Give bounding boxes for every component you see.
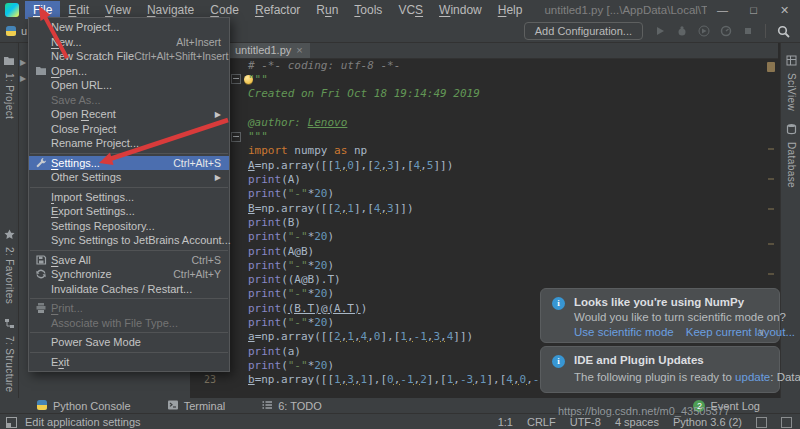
toolwindow-button-python-console[interactable]: Python Console bbox=[36, 399, 131, 413]
menu-separator bbox=[30, 187, 228, 188]
left-toolwindow-bar: 1: Project2: Favorites7: Structure bbox=[0, 42, 19, 398]
toolwindow-button-2-favorites[interactable]: 2: Favorites bbox=[4, 226, 15, 304]
toolwindow-button-label: 6: TODO bbox=[278, 400, 322, 412]
code-line-3[interactable]: 3Created on Fri Oct 18 19:14:49 2019 bbox=[190, 87, 778, 101]
toolbar-separator bbox=[765, 24, 766, 38]
maximize-button[interactable]: □ bbox=[738, 0, 769, 20]
file-menu-item-save-all[interactable]: Save AllCtrl+S bbox=[29, 253, 229, 268]
code-line-16[interactable]: 16print((A@B).T) bbox=[190, 272, 778, 286]
file-menu-item-new-project[interactable]: New Project... bbox=[29, 20, 229, 35]
toolwindow-button-sciview[interactable]: SciView bbox=[786, 52, 797, 111]
code-line-6[interactable]: 6""" bbox=[190, 129, 778, 143]
file-menu-item-open-recent[interactable]: Open Recent▶ bbox=[29, 107, 229, 122]
toolwindow-button-label: 2: Favorites bbox=[4, 247, 15, 304]
close-tab-icon[interactable]: × bbox=[296, 44, 302, 56]
toolwindow-button-1-project[interactable]: 1: Project bbox=[3, 52, 15, 119]
keep-current-layout-link[interactable]: Keep current layout... bbox=[686, 326, 795, 338]
tree-expand-icon[interactable]: ▶ bbox=[20, 58, 26, 67]
debug-icon[interactable] bbox=[675, 25, 688, 38]
toolwindow-switcher-icon[interactable] bbox=[6, 417, 17, 428]
menu-item-label: Import Settings... bbox=[51, 191, 134, 203]
fold-marker-icon[interactable] bbox=[231, 132, 241, 142]
lock-icon[interactable] bbox=[756, 417, 767, 428]
menu-refactor[interactable]: Refactor bbox=[247, 1, 308, 19]
notification-title: Looks like you're using NumPy bbox=[574, 296, 744, 308]
tree-expand-icon[interactable]: ▶ bbox=[20, 74, 26, 83]
chevron-down-icon[interactable]: ∨ bbox=[758, 326, 765, 337]
code-line-5[interactable]: 5@author: Lenovo bbox=[190, 115, 778, 129]
file-menu-item-open-url[interactable]: Open URL... bbox=[29, 78, 229, 93]
code-line-7[interactable]: 7import numpy as np bbox=[190, 144, 778, 158]
menu-run[interactable]: Run bbox=[308, 1, 346, 19]
close-button[interactable]: ✕ bbox=[769, 0, 800, 20]
use-scientific-mode-link[interactable]: Use scientific mode bbox=[574, 326, 674, 338]
code-line-15[interactable]: 15print("-"*20) bbox=[190, 258, 778, 272]
code-line-13[interactable]: 13print("-"*20) bbox=[190, 230, 778, 244]
file-menu-item-export-settings[interactable]: Export Settings... bbox=[29, 204, 229, 219]
menu-help[interactable]: Help bbox=[490, 1, 531, 19]
coverage-icon[interactable] bbox=[697, 25, 710, 38]
menu-tools[interactable]: Tools bbox=[346, 1, 390, 19]
toolwindow-button-database[interactable]: Database bbox=[786, 121, 797, 188]
status-item-1-1[interactable]: 1:1 bbox=[498, 416, 513, 428]
menu-item-label: Open... bbox=[51, 65, 87, 77]
fold-marker-icon[interactable] bbox=[231, 74, 241, 84]
status-item-crlf[interactable]: CRLF bbox=[527, 416, 556, 428]
code-line-10[interactable]: 10print("-"*20) bbox=[190, 187, 778, 201]
menu-vcs[interactable]: VCS bbox=[390, 1, 431, 19]
status-item-4-spaces[interactable]: 4 spaces bbox=[615, 416, 659, 428]
profiler-icon[interactable] bbox=[719, 25, 732, 38]
toolwindow-button-label: SciView bbox=[786, 73, 797, 111]
code-line-4[interactable]: 4 bbox=[190, 101, 778, 115]
code-line-9[interactable]: 9print(A) bbox=[190, 172, 778, 186]
code-line-11[interactable]: 11B=np.array([[2,1],[4,3]]) bbox=[190, 201, 778, 215]
editor-tab-untitled1[interactable]: untitled1.py × bbox=[228, 42, 310, 58]
code-line-1[interactable]: 1# -*- coding: utf-8 -*- bbox=[190, 58, 778, 72]
toolwindow-button-7-structure[interactable]: 7: Structure bbox=[4, 315, 15, 393]
code-line-8[interactable]: 8A=np.array([[1,0],[2,3],[4,5]]) bbox=[190, 158, 778, 172]
file-menu-item-exit[interactable]: Exit bbox=[29, 355, 229, 370]
layout-indicator-icon[interactable] bbox=[781, 417, 792, 428]
file-menu-item-new-scratch-file[interactable]: New Scratch FileCtrl+Alt+Shift+Insert bbox=[29, 49, 229, 64]
scrollbar-thumb[interactable] bbox=[767, 62, 775, 72]
file-menu-item-import-settings[interactable]: Import Settings... bbox=[29, 190, 229, 205]
file-menu-item-new[interactable]: New...Alt+Insert bbox=[29, 35, 229, 50]
menu-window[interactable]: Window bbox=[431, 1, 490, 19]
file-menu-item-power-save-mode[interactable]: Power Save Mode bbox=[29, 335, 229, 350]
code-text: print("-"*20) bbox=[248, 359, 334, 372]
file-menu-item-settings[interactable]: Settings...Ctrl+Alt+S bbox=[29, 156, 229, 171]
numpy-notification: i Looks like you're using NumPy Would yo… bbox=[540, 288, 780, 343]
run-icon[interactable] bbox=[653, 25, 666, 38]
toolwindow-button-6-todo[interactable]: 6: TODO bbox=[261, 399, 322, 413]
code-text: print(A) bbox=[248, 173, 301, 186]
menu-item-label: Export Settings... bbox=[51, 205, 135, 217]
status-item-utf-8[interactable]: UTF-8 bbox=[570, 416, 601, 428]
file-menu-item-settings-repository[interactable]: Settings Repository... bbox=[29, 219, 229, 234]
add-configuration-button[interactable]: Add Configuration... bbox=[524, 22, 643, 40]
menu-item-label: Power Save Mode bbox=[51, 336, 141, 348]
file-menu-item-open[interactable]: Open... bbox=[29, 64, 229, 79]
file-menu-item-sync-settings-to-jetbrains-account[interactable]: Sync Settings to JetBrains Account... bbox=[29, 233, 229, 248]
menu-separator bbox=[30, 298, 228, 299]
status-item-python-3-6-2[interactable]: Python 3.6 (2) bbox=[673, 416, 742, 428]
code-line-14[interactable]: 14print(A@B) bbox=[190, 244, 778, 258]
minimize-button[interactable]: — bbox=[707, 0, 738, 20]
wrench-icon bbox=[35, 157, 51, 169]
file-menu-item-invalidate-caches-restart[interactable]: Invalidate Caches / Restart... bbox=[29, 282, 229, 297]
file-menu-item-rename-project[interactable]: Rename Project... bbox=[29, 136, 229, 151]
update-link[interactable]: update bbox=[735, 371, 770, 383]
toolwindow-button-terminal[interactable]: Terminal bbox=[167, 399, 226, 413]
file-menu-item-associate-with-file-type[interactable]: Associate with File Type... bbox=[29, 316, 229, 331]
code-line-12[interactable]: 12print(B) bbox=[190, 215, 778, 229]
status-message: Edit application settings bbox=[25, 416, 141, 428]
line-number: 23 bbox=[190, 374, 218, 385]
file-menu-item-close-project[interactable]: Close Project bbox=[29, 122, 229, 137]
search-icon[interactable] bbox=[777, 25, 790, 38]
file-menu-item-other-settings[interactable]: Other Settings▶ bbox=[29, 170, 229, 185]
code-text: A=np.array([[1,0],[2,3],[4,5]]) bbox=[248, 159, 453, 172]
stop-icon[interactable] bbox=[741, 25, 754, 38]
code-line-2[interactable]: 2""" bbox=[190, 72, 778, 86]
file-menu-item-save-as[interactable]: Save As... bbox=[29, 93, 229, 108]
file-menu-item-print[interactable]: Print... bbox=[29, 301, 229, 316]
file-menu-item-synchronize[interactable]: SynchronizeCtrl+Alt+Y bbox=[29, 267, 229, 282]
